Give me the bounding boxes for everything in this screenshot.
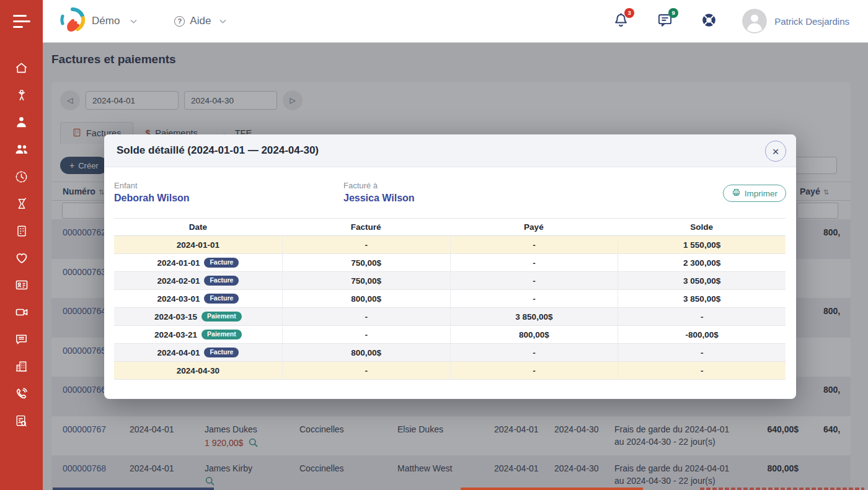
balance-row: 2024-03-01Facture800,00$-3 850,00$ bbox=[114, 290, 786, 308]
balance-table-header: DateFacturéPayéSolde bbox=[114, 218, 786, 236]
sidebar-item-id-card[interactable] bbox=[0, 271, 43, 299]
balance-row: 2024-03-15Paiement-3 850,00$- bbox=[114, 308, 786, 326]
report-icon bbox=[14, 414, 29, 428]
sidebar-item-building[interactable] bbox=[0, 353, 43, 380]
clock-icon bbox=[14, 170, 29, 184]
sidebar-item-people[interactable] bbox=[0, 136, 43, 163]
sidebar-item-child[interactable] bbox=[0, 82, 43, 109]
facture-value: - bbox=[282, 362, 450, 379]
balance-row: 2024-02-01Facture750,00$-3 050,00$ bbox=[114, 272, 786, 290]
solde-value: 3 050,00$ bbox=[618, 272, 786, 289]
org-switcher[interactable]: Démo bbox=[60, 7, 137, 35]
modal-title: Solde détaillé (2024-01-01 — 2024-04-30) bbox=[117, 144, 319, 157]
child-label: Enfant bbox=[114, 181, 190, 190]
org-name: Démo bbox=[92, 15, 120, 27]
question-icon: ? bbox=[174, 16, 185, 27]
child-name-link[interactable]: Deborah Wilson bbox=[114, 193, 190, 204]
child-info: Enfant Deborah Wilson bbox=[114, 181, 190, 204]
facture-value: 750,00$ bbox=[282, 272, 450, 289]
topbar: Démo ? Aide 3 9 Patrick Desjardins bbox=[43, 0, 868, 43]
facture-value: 800,00$ bbox=[282, 290, 450, 307]
sidebar-item-invoice[interactable] bbox=[0, 217, 43, 245]
messages-count-badge: 9 bbox=[668, 8, 678, 18]
avatar[interactable] bbox=[742, 9, 767, 33]
sidebar-item-adult[interactable] bbox=[0, 109, 43, 136]
app-logo-icon bbox=[60, 7, 85, 35]
phone-icon bbox=[14, 387, 29, 401]
billed-to-info: Facturé à Jessica Wilson bbox=[343, 181, 415, 204]
close-icon[interactable]: × bbox=[765, 141, 786, 162]
invoice-icon bbox=[15, 224, 29, 238]
sidebar-item-video-camera[interactable] bbox=[0, 299, 43, 326]
balance-column-header: Facturé bbox=[282, 222, 450, 232]
facture-badge: Facture bbox=[204, 294, 239, 304]
facture-badge: Facture bbox=[204, 276, 239, 286]
facture-badge: Facture bbox=[204, 258, 239, 268]
heart-icon bbox=[14, 250, 29, 265]
sidebar-nav bbox=[0, 43, 43, 434]
people-icon bbox=[14, 142, 29, 157]
facture-badge: Facture bbox=[204, 348, 239, 358]
balance-row: 2024-04-30--- bbox=[114, 362, 786, 380]
user-menu[interactable]: Patrick Desjardins bbox=[774, 16, 849, 27]
hourglass-icon bbox=[15, 197, 29, 211]
balance-detail-modal: Solde détaillé (2024-01-01 — 2024-04-30)… bbox=[104, 134, 796, 399]
facture-value: - bbox=[282, 236, 450, 253]
solde-value: - bbox=[618, 308, 786, 325]
solde-value: - bbox=[618, 362, 786, 379]
chevron-down-icon bbox=[130, 19, 137, 24]
printer-icon bbox=[732, 188, 741, 199]
support-button[interactable] bbox=[701, 12, 717, 31]
balance-row: 2024-01-01Facture750,00$-2 300,00$ bbox=[114, 254, 786, 272]
paye-value: - bbox=[450, 254, 618, 271]
balance-row: 2024-03-21Paiement-800,00$-800,00$ bbox=[114, 326, 786, 344]
paye-value: 800,00$ bbox=[450, 326, 618, 343]
id-card-icon bbox=[14, 278, 29, 292]
notifications-count-badge: 3 bbox=[624, 8, 634, 18]
sidebar-item-heart[interactable] bbox=[0, 245, 43, 272]
child-icon bbox=[15, 89, 29, 102]
main-content: Factures et paiements ◁ ▷ Factures$Paiem… bbox=[43, 43, 868, 490]
paye-value: - bbox=[450, 272, 618, 289]
bottom-clipped-text bbox=[700, 488, 864, 490]
sidebar-item-home[interactable] bbox=[0, 55, 43, 82]
help-label: Aide bbox=[190, 15, 211, 27]
bottom-clipped-element bbox=[461, 488, 643, 490]
solde-value: 2 300,00$ bbox=[618, 254, 786, 271]
home-icon bbox=[14, 61, 29, 75]
sidebar-item-chat[interactable] bbox=[0, 326, 43, 353]
sidebar-item-clock[interactable] bbox=[0, 163, 43, 190]
billed-to-name-link[interactable]: Jessica Wilson bbox=[343, 193, 415, 204]
solde-value: - bbox=[618, 344, 786, 361]
paye-value: - bbox=[450, 290, 618, 307]
balance-table: DateFacturéPayéSolde 2024-01-01--1 550,0… bbox=[114, 218, 786, 380]
solde-value: 1 550,00$ bbox=[618, 236, 786, 253]
help-menu[interactable]: ? Aide bbox=[174, 15, 226, 27]
balance-row: 2024-01-01--1 550,00$ bbox=[114, 236, 786, 254]
solde-value: -800,00$ bbox=[618, 326, 786, 343]
sidebar-item-phone[interactable] bbox=[0, 380, 43, 408]
balance-row: 2024-04-01Facture800,00$-- bbox=[114, 344, 786, 362]
paye-value: - bbox=[450, 236, 618, 253]
bottom-clipped-element bbox=[53, 488, 214, 490]
sidebar-item-hourglass[interactable] bbox=[0, 190, 43, 217]
sidebar-item-report[interactable] bbox=[0, 407, 43, 434]
facture-value: 750,00$ bbox=[282, 254, 450, 271]
print-button[interactable]: Imprimer bbox=[723, 185, 786, 202]
billed-to-label: Facturé à bbox=[343, 181, 415, 190]
messages-button[interactable]: 9 bbox=[657, 12, 673, 31]
notifications-button[interactable]: 3 bbox=[613, 12, 629, 31]
chevron-down-icon bbox=[219, 19, 226, 24]
facture-value: 800,00$ bbox=[282, 344, 450, 361]
balance-column-header: Payé bbox=[450, 222, 618, 232]
bell-icon bbox=[613, 20, 629, 30]
paye-value: - bbox=[450, 344, 618, 361]
video-camera-icon bbox=[14, 305, 29, 320]
chat-bubble-icon bbox=[657, 20, 673, 30]
balance-column-header: Solde bbox=[618, 222, 786, 232]
balance-table-body: 2024-01-01--1 550,00$2024-01-01Facture75… bbox=[114, 236, 786, 380]
paye-value: 3 850,00$ bbox=[450, 308, 618, 325]
chat-icon bbox=[14, 332, 29, 346]
paye-value: - bbox=[450, 362, 618, 379]
menu-toggle-icon[interactable] bbox=[0, 0, 43, 43]
